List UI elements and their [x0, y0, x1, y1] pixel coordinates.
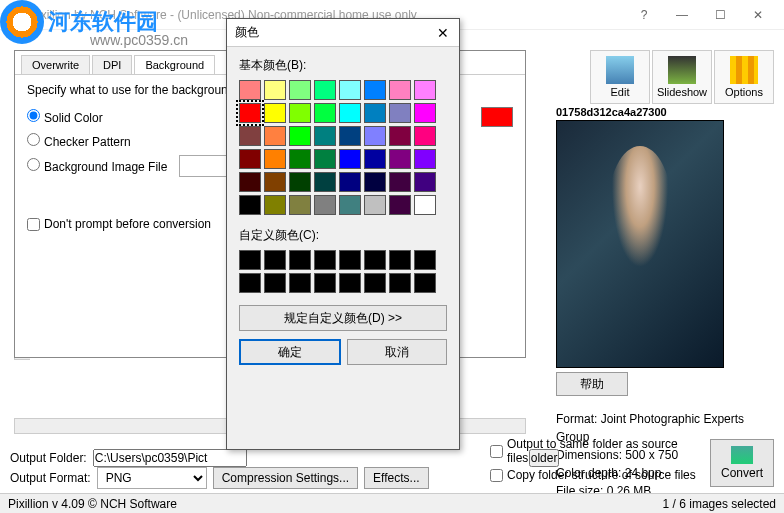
custom-color-swatch[interactable]	[389, 250, 411, 270]
custom-color-swatch[interactable]	[414, 273, 436, 293]
color-swatch[interactable]	[239, 172, 261, 192]
custom-color-swatch[interactable]	[289, 250, 311, 270]
color-swatch[interactable]	[239, 126, 261, 146]
custom-color-swatch[interactable]	[239, 250, 261, 270]
color-swatch[interactable]	[364, 195, 386, 215]
minimize-button[interactable]: —	[664, 4, 700, 26]
color-swatch[interactable]	[414, 80, 436, 100]
color-swatch[interactable]	[389, 172, 411, 192]
edit-button[interactable]: Edit	[590, 50, 650, 104]
color-swatch[interactable]	[264, 126, 286, 146]
color-swatch[interactable]	[389, 195, 411, 215]
color-swatch[interactable]	[264, 80, 286, 100]
compression-button[interactable]: Compression Settings...	[213, 467, 358, 489]
color-swatch[interactable]	[239, 195, 261, 215]
color-swatch[interactable]	[339, 80, 361, 100]
color-dialog-close[interactable]: ✕	[435, 25, 451, 41]
color-swatch[interactable]	[264, 172, 286, 192]
output-format-label: Output Format:	[10, 471, 91, 485]
same-folder-checkbox[interactable]	[490, 445, 503, 458]
custom-color-swatch[interactable]	[364, 273, 386, 293]
color-swatch[interactable]	[339, 103, 361, 123]
custom-color-swatch[interactable]	[414, 250, 436, 270]
custom-color-swatch[interactable]	[364, 250, 386, 270]
custom-color-swatch[interactable]	[289, 273, 311, 293]
color-swatch[interactable]	[289, 172, 311, 192]
color-swatch[interactable]	[314, 149, 336, 169]
edit-label: Edit	[611, 86, 630, 98]
solid-color-swatch[interactable]	[481, 107, 513, 127]
custom-colors-label: 自定义颜色(C):	[239, 227, 447, 244]
radio-solid[interactable]: Solid Color	[27, 109, 103, 125]
color-swatch[interactable]	[314, 80, 336, 100]
color-swatch[interactable]	[314, 195, 336, 215]
color-swatch[interactable]	[414, 172, 436, 192]
color-swatch[interactable]	[364, 103, 386, 123]
color-swatch[interactable]	[364, 126, 386, 146]
output-folder-input[interactable]	[93, 449, 247, 467]
color-swatch[interactable]	[364, 80, 386, 100]
tab-background[interactable]: Background	[134, 55, 215, 74]
color-swatch[interactable]	[314, 103, 336, 123]
color-swatch[interactable]	[414, 195, 436, 215]
color-swatch[interactable]	[339, 195, 361, 215]
watermark-url: www.pc0359.cn	[90, 32, 188, 48]
dont-prompt-checkbox[interactable]	[27, 218, 40, 231]
color-swatch[interactable]	[414, 103, 436, 123]
ok-button[interactable]: 确定	[239, 339, 341, 365]
color-swatch[interactable]	[289, 126, 311, 146]
color-swatch[interactable]	[289, 103, 311, 123]
color-swatch[interactable]	[264, 103, 286, 123]
color-swatch[interactable]	[339, 149, 361, 169]
radio-checker-label: Checker Pattern	[44, 135, 131, 149]
custom-color-swatch[interactable]	[264, 250, 286, 270]
custom-color-swatch[interactable]	[389, 273, 411, 293]
output-format-select[interactable]: PNG	[97, 467, 207, 489]
color-swatch[interactable]	[314, 172, 336, 192]
custom-color-swatch[interactable]	[339, 250, 361, 270]
color-swatch[interactable]	[239, 149, 261, 169]
color-swatch[interactable]	[364, 172, 386, 192]
copy-structure-checkbox[interactable]	[490, 469, 503, 482]
options-button[interactable]: Options	[714, 50, 774, 104]
color-swatch[interactable]	[389, 149, 411, 169]
color-swatch[interactable]	[414, 149, 436, 169]
radio-checker[interactable]: Checker Pattern	[27, 133, 131, 149]
color-swatch[interactable]	[289, 80, 311, 100]
color-swatch[interactable]	[239, 80, 261, 100]
slideshow-button[interactable]: Slideshow	[652, 50, 712, 104]
color-swatch[interactable]	[414, 126, 436, 146]
help-button-cn[interactable]: 帮助	[556, 372, 628, 396]
color-swatch[interactable]	[264, 149, 286, 169]
color-swatch[interactable]	[314, 126, 336, 146]
custom-color-swatch[interactable]	[314, 250, 336, 270]
color-swatch[interactable]	[289, 195, 311, 215]
color-swatch[interactable]	[239, 103, 261, 123]
color-swatch[interactable]	[339, 126, 361, 146]
convert-button[interactable]: Convert	[710, 439, 774, 487]
cancel-button[interactable]: 取消	[347, 339, 447, 365]
close-button[interactable]: ✕	[740, 4, 776, 26]
custom-color-swatch[interactable]	[314, 273, 336, 293]
color-swatch[interactable]	[389, 80, 411, 100]
color-swatch[interactable]	[289, 149, 311, 169]
custom-color-swatch[interactable]	[264, 273, 286, 293]
help-button[interactable]: ?	[626, 4, 662, 26]
define-custom-button[interactable]: 规定自定义颜色(D) >>	[239, 305, 447, 331]
maximize-button[interactable]: ☐	[702, 4, 738, 26]
color-swatch[interactable]	[389, 126, 411, 146]
basic-color-grid	[239, 80, 447, 215]
color-swatch[interactable]	[264, 195, 286, 215]
tab-overwrite[interactable]: Overwrite	[21, 55, 90, 74]
tab-dpi[interactable]: DPI	[92, 55, 132, 74]
custom-color-swatch[interactable]	[339, 273, 361, 293]
color-swatch[interactable]	[364, 149, 386, 169]
effects-button[interactable]: Effects...	[364, 467, 428, 489]
radio-bgfile[interactable]: Background Image File	[27, 158, 167, 174]
options-icon	[730, 56, 758, 84]
color-swatch[interactable]	[389, 103, 411, 123]
status-right: 1 / 6 images selected	[663, 497, 776, 511]
custom-color-swatch[interactable]	[239, 273, 261, 293]
color-swatch[interactable]	[339, 172, 361, 192]
toolbar: Edit Slideshow Options	[590, 50, 774, 104]
